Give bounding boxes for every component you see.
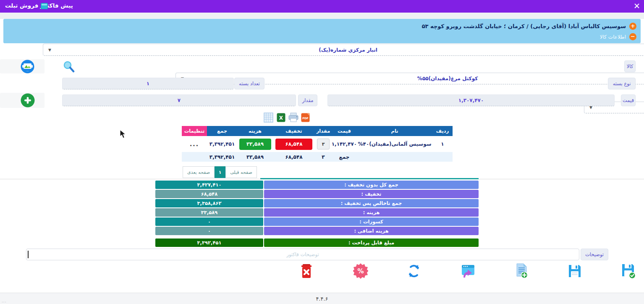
- expand-plus-icon[interactable]: +: [629, 23, 636, 30]
- window-title: پیش فاکتور فروش تبلت: [5, 2, 73, 9]
- customer-header: + سوسیس کالباس آبادا (آقای رجایی) / کرما…: [3, 19, 641, 43]
- product-info-line[interactable]: − اطلاعات کالا: [8, 31, 636, 42]
- product-selected: کوکتل مرغ(مفیدان)۵۵%: [417, 76, 478, 81]
- summary-label: هزینه :: [264, 208, 479, 217]
- col-discount: تخفیف: [273, 126, 315, 136]
- table-header-row: تنظیمات جمع هزینه تخفیف مقدار قیمت نام ر…: [182, 126, 453, 136]
- table-sum-row: ۳,۳۹۲,۴۵۱ ۳۳,۵۸۹ ۶۸,۵۴۸ ۳ جمع: [182, 152, 453, 162]
- description-label: توضیحات: [581, 249, 608, 260]
- items-table: تنظیمات جمع هزینه تخفیف مقدار قیمت نام ر…: [182, 126, 453, 162]
- delete-invoice-icon[interactable]: [299, 263, 314, 279]
- search-icon[interactable]: [63, 60, 75, 73]
- col-name: نام: [357, 126, 432, 136]
- summary-value: ۰: [155, 227, 263, 235]
- refresh-icon[interactable]: [406, 263, 421, 279]
- quantity-label: مقدار: [298, 94, 317, 106]
- col-settings[interactable]: تنظیمات: [182, 126, 207, 136]
- col-price: قیمت: [332, 126, 357, 136]
- grid-view-icon[interactable]: [264, 113, 273, 123]
- text-caret: [28, 251, 29, 258]
- save-confirm-icon[interactable]: [620, 263, 636, 279]
- add-item-icon[interactable]: [21, 93, 35, 107]
- product-info-title: اطلاعات کالا: [600, 34, 626, 40]
- open-window-icon[interactable]: [460, 263, 475, 279]
- col-row: ردیف: [432, 126, 453, 136]
- sum-qty: ۳: [315, 152, 332, 162]
- version-number: ۴.۴.۶: [0, 296, 644, 302]
- summary-label: تخفیف :: [264, 190, 479, 198]
- row-discount-button[interactable]: ۶۸,۵۴۸: [275, 139, 312, 150]
- sum-discount: ۶۸,۵۴۸: [273, 152, 315, 162]
- discount-icon[interactable]: %: [353, 263, 368, 279]
- excel-export-icon[interactable]: X: [277, 113, 285, 122]
- summary-value: ۰: [155, 218, 263, 226]
- row-qty-box[interactable]: ۳: [317, 139, 330, 149]
- pdf-export-icon[interactable]: PDF: [301, 113, 310, 122]
- price-field[interactable]: ۱,۳۰۷,۴۷۰: [327, 94, 615, 106]
- svg-text:...: ...: [26, 69, 29, 72]
- window-icon: [41, 3, 48, 9]
- package-count-field[interactable]: ۱: [62, 78, 234, 89]
- collapse-minus-icon[interactable]: −: [629, 33, 636, 40]
- package-count-label: تعداد بسته: [234, 78, 264, 89]
- row-index: ۱: [432, 136, 453, 152]
- quantity-field[interactable]: ۷: [62, 94, 296, 106]
- close-icon[interactable]: ✕: [631, 0, 642, 11]
- sum-total: ۳,۳۹۲,۴۵۱: [207, 152, 237, 162]
- price-label: قیمت: [621, 94, 636, 106]
- row-total: ۳,۳۹۲,۴۵۱: [207, 136, 237, 152]
- summary-label: جمع کل بدون تخفیف :: [264, 181, 479, 189]
- svg-text:X: X: [279, 115, 283, 121]
- payable-label: مبلغ قابل پرداخت :: [264, 238, 479, 247]
- product-label: کالا: [624, 60, 636, 72]
- prev-page-button[interactable]: صفحه قبلی: [225, 166, 257, 178]
- row-cost-button[interactable]: ۳۳,۵۸۹: [239, 139, 271, 150]
- new-invoice-icon[interactable]: [513, 263, 529, 279]
- pagination: صفحه بعدی ۱ صفحه قبلی: [183, 166, 257, 178]
- payable-value: ۳,۳۹۲,۴۵۱: [155, 238, 263, 247]
- warehouse-select[interactable]: انبار مرکزي شماره(یک) ▼: [43, 44, 644, 56]
- table-row: ... ۳,۳۹۲,۴۵۱ ۳۳,۵۸۹ ۶۸,۵۴۸ ۳ ۱,۱۴۲,۴۷۰ …: [182, 136, 453, 152]
- product-image-icon[interactable]: ...: [21, 60, 34, 73]
- summary-label: جمع ناخالص پس تخفیف :: [264, 199, 479, 207]
- package-type-label: نوع بسته: [608, 78, 636, 89]
- title-bar: پیش فاکتور فروش تبلت ✕: [0, 0, 644, 13]
- summary-value: ۶۸,۵۴۸: [155, 190, 263, 198]
- row-settings-menu[interactable]: ...: [190, 141, 199, 147]
- sum-label: جمع: [332, 152, 357, 162]
- summary-label: کسورات :: [264, 218, 479, 226]
- summary-label: هزینه اضافی :: [264, 227, 479, 235]
- summary-value: ۳۳,۵۸۹: [155, 208, 263, 217]
- save-icon[interactable]: [567, 263, 582, 278]
- mouse-cursor: [119, 129, 126, 139]
- summary-value: ۳,۳۵۸,۸۶۲: [155, 199, 263, 207]
- row-price: ۱,۱۴۲,۴۷۰: [332, 136, 357, 152]
- sum-cost: ۳۳,۵۸۹: [237, 152, 273, 162]
- svg-text:%: %: [357, 267, 364, 275]
- print-icon[interactable]: [288, 113, 299, 123]
- current-page[interactable]: ۱: [215, 166, 225, 178]
- summary-value: ۳,۴۲۷,۴۱۰: [155, 181, 263, 189]
- col-qty: مقدار: [315, 126, 332, 136]
- description-input[interactable]: [26, 249, 579, 260]
- col-total: جمع: [207, 126, 237, 136]
- svg-text:PDF: PDF: [302, 117, 309, 120]
- summary-top-accent: [260, 178, 479, 179]
- customer-info: سوسیس کالباس آبادا (آقای رجایی) / کرمان …: [422, 23, 626, 29]
- status-bar: ۴.۴.۶ ...: [0, 293, 644, 304]
- next-page-button[interactable]: صفحه بعدی: [183, 166, 215, 178]
- warehouse-selected: انبار مرکزي شماره(یک): [319, 47, 377, 53]
- chevron-down-icon: ▼: [48, 48, 51, 52]
- row-name: سوسیس آلمانی(مفیدان)۴۰%: [357, 136, 432, 152]
- invoice-window: پیش فاکتور فروش تبلت ✕ + سوسیس کالباس آب…: [0, 0, 644, 304]
- col-cost: هزینه: [237, 126, 273, 136]
- customer-line[interactable]: + سوسیس کالباس آبادا (آقای رجایی) / کرما…: [8, 21, 636, 31]
- resize-handle[interactable]: ...: [2, 299, 7, 303]
- top-gap: [0, 13, 644, 19]
